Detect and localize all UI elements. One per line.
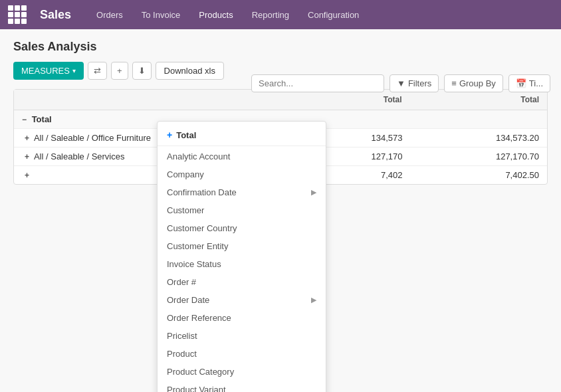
row3-col3: 7,402.50	[411, 166, 548, 184]
col1-header	[14, 90, 273, 110]
menu-item-order-date[interactable]: Order Date ▶	[158, 291, 326, 309]
toolbar-right: ▼ Filters ≡ Group By 📅 Ti...	[251, 74, 550, 92]
menu-item-product-category[interactable]: Product Category	[158, 363, 326, 381]
row1-col3: 134,573.20	[411, 129, 548, 147]
filters-button[interactable]: ▼ Filters	[390, 74, 439, 92]
group-by-dropdown: + Total Analytic Account Company Confirm…	[157, 121, 326, 392]
calendar-icon: 📅	[516, 78, 526, 88]
filter-icon: ▼	[397, 78, 405, 88]
dropdown-plus-icon: +	[167, 130, 172, 140]
nav-reporting[interactable]: Reporting	[245, 6, 296, 24]
col2-header: Total	[273, 90, 410, 110]
download-icon-button[interactable]: ⬇	[132, 62, 152, 80]
menu-item-invoice-status[interactable]: Invoice Status	[158, 255, 326, 273]
collapse-icon[interactable]: −	[22, 115, 27, 124]
dropdown-header: + Total	[158, 124, 326, 146]
menu-item-company[interactable]: Company	[158, 165, 326, 183]
menu-item-customer-entity[interactable]: Customer Entity	[158, 237, 326, 255]
nav-orders[interactable]: Orders	[90, 6, 130, 24]
table-header: Total Total	[14, 90, 547, 110]
group-icon: ≡	[451, 78, 457, 88]
add-icon-button[interactable]: +	[111, 62, 128, 80]
expand-icon[interactable]: +	[25, 171, 29, 180]
menu-item-product-variant[interactable]: Product Variant	[158, 381, 326, 392]
nav-links: Orders To Invoice Products Reporting Con…	[90, 6, 366, 24]
menu-item-product[interactable]: Product	[158, 345, 326, 363]
group-by-button[interactable]: ≡ Group By	[444, 74, 503, 92]
brand-name: Sales	[40, 8, 71, 22]
time-button[interactable]: 📅 Ti...	[508, 74, 550, 92]
search-input[interactable]	[251, 74, 384, 92]
nav-products[interactable]: Products	[192, 6, 239, 24]
submenu-arrow-icon: ▶	[311, 296, 316, 304]
app-grid-icon[interactable]	[8, 5, 27, 24]
menu-item-analytic-account[interactable]: Analytic Account	[158, 147, 326, 165]
download-xls-button[interactable]: Download xls	[156, 62, 224, 80]
col3-header: Total	[410, 90, 548, 110]
nav-configuration[interactable]: Configuration	[301, 6, 366, 24]
menu-item-order-number[interactable]: Order #	[158, 273, 326, 291]
row2-col3: 127,170.70	[411, 147, 548, 165]
submenu-arrow-icon: ▶	[311, 188, 316, 197]
navbar: Sales Orders To Invoice Products Reporti…	[0, 0, 561, 29]
swap-icon-button[interactable]: ⇄	[88, 62, 107, 80]
total-col3	[410, 116, 548, 124]
expand-icon[interactable]: +	[25, 152, 29, 161]
expand-icon[interactable]: +	[25, 134, 29, 143]
menu-item-customer[interactable]: Customer	[158, 201, 326, 219]
measures-arrow-icon: ▾	[72, 67, 76, 74]
menu-item-pricelist[interactable]: Pricelist	[158, 327, 326, 345]
menu-item-customer-country[interactable]: Customer Country	[158, 219, 326, 237]
menu-item-order-reference[interactable]: Order Reference	[158, 309, 326, 327]
measures-button[interactable]: MEASURES ▾	[13, 62, 84, 80]
main-content: Sales Analysis MEASURES ▾ ⇄ + ⬇ Download…	[0, 29, 561, 195]
nav-to-invoice[interactable]: To Invoice	[135, 6, 187, 24]
page-title: Sales Analysis	[13, 40, 548, 54]
menu-item-confirmation-date[interactable]: Confirmation Date ▶	[158, 183, 326, 201]
